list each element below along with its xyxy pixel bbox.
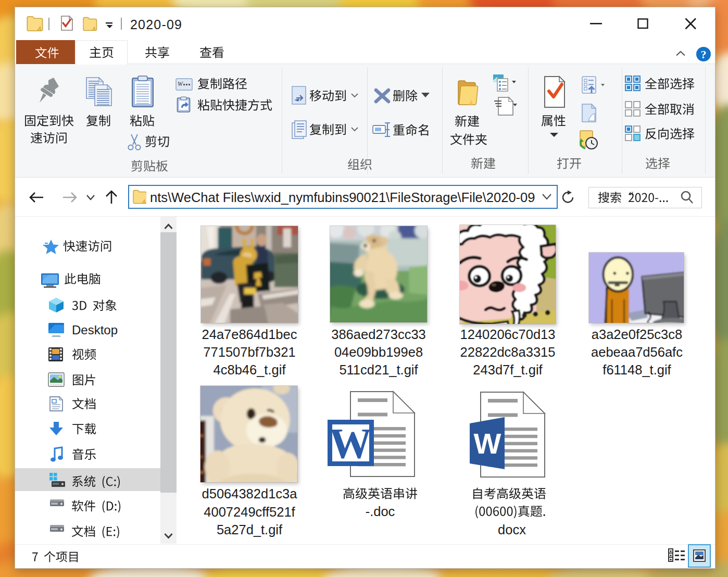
svg-text:W: W [178,80,183,87]
svg-text:W: W [474,427,501,460]
svg-text:?: ? [701,48,707,61]
svg-text:W: W [329,420,372,467]
